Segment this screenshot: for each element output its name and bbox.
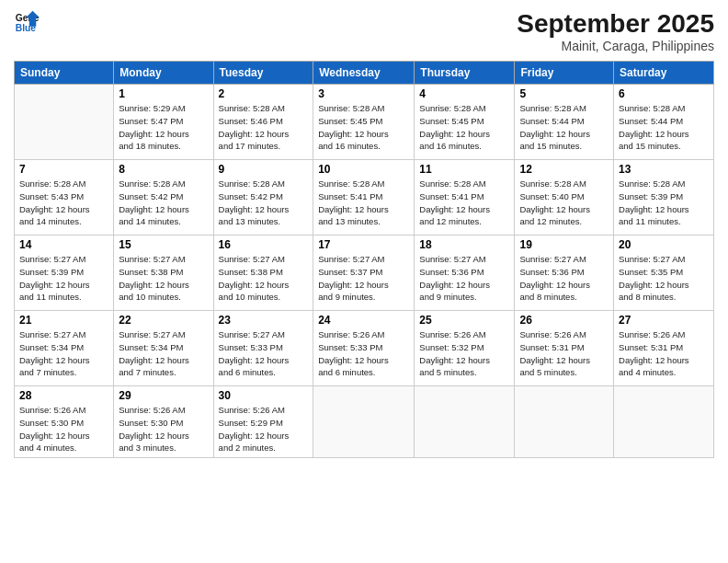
table-row: 11Sunrise: 5:28 AMSunset: 5:41 PMDayligh… bbox=[415, 160, 515, 236]
day-number: 2 bbox=[219, 87, 309, 100]
day-number: 17 bbox=[318, 238, 409, 251]
day-info: Sunrise: 5:27 AMSunset: 5:36 PMDaylight:… bbox=[519, 253, 609, 304]
table-row: 17Sunrise: 5:27 AMSunset: 5:37 PMDayligh… bbox=[313, 236, 415, 311]
day-info: Sunrise: 5:28 AMSunset: 5:42 PMDaylight:… bbox=[119, 178, 208, 228]
calendar-header-row: Sunday Monday Tuesday Wednesday Thursday… bbox=[15, 62, 714, 85]
title-block: September 2025 Mainit, Caraga, Philippin… bbox=[517, 9, 714, 53]
table-row: 20Sunrise: 5:27 AMSunset: 5:35 PMDayligh… bbox=[614, 236, 714, 311]
table-row: 9Sunrise: 5:28 AMSunset: 5:42 PMDaylight… bbox=[213, 160, 313, 236]
table-row: 24Sunrise: 5:26 AMSunset: 5:33 PMDayligh… bbox=[313, 311, 415, 386]
day-number: 30 bbox=[219, 389, 309, 402]
day-info: Sunrise: 5:27 AMSunset: 5:34 PMDaylight:… bbox=[19, 328, 108, 379]
col-tuesday: Tuesday bbox=[213, 62, 313, 85]
day-number: 5 bbox=[519, 87, 609, 100]
logo-icon: General Blue bbox=[14, 9, 40, 35]
day-info: Sunrise: 5:27 AMSunset: 5:35 PMDaylight:… bbox=[619, 253, 709, 304]
table-row bbox=[515, 386, 614, 458]
day-info: Sunrise: 5:26 AMSunset: 5:31 PMDaylight:… bbox=[619, 328, 709, 379]
day-number: 4 bbox=[419, 87, 509, 100]
day-number: 13 bbox=[619, 163, 709, 176]
table-row: 22Sunrise: 5:27 AMSunset: 5:34 PMDayligh… bbox=[114, 311, 213, 386]
day-number: 3 bbox=[318, 87, 409, 100]
table-row: 25Sunrise: 5:26 AMSunset: 5:32 PMDayligh… bbox=[415, 311, 515, 386]
day-info: Sunrise: 5:28 AMSunset: 5:45 PMDaylight:… bbox=[318, 102, 409, 153]
table-row bbox=[15, 85, 114, 160]
table-row: 8Sunrise: 5:28 AMSunset: 5:42 PMDaylight… bbox=[114, 160, 213, 236]
day-number: 28 bbox=[19, 389, 108, 402]
day-number: 23 bbox=[219, 314, 309, 327]
day-number: 8 bbox=[119, 163, 208, 176]
day-number: 7 bbox=[19, 163, 108, 176]
day-number: 27 bbox=[619, 314, 709, 327]
day-info: Sunrise: 5:28 AMSunset: 5:42 PMDaylight:… bbox=[219, 178, 309, 228]
table-row: 27Sunrise: 5:26 AMSunset: 5:31 PMDayligh… bbox=[614, 311, 714, 386]
day-info: Sunrise: 5:29 AMSunset: 5:47 PMDaylight:… bbox=[119, 102, 208, 153]
table-row: 13Sunrise: 5:28 AMSunset: 5:39 PMDayligh… bbox=[614, 160, 714, 236]
table-row: 6Sunrise: 5:28 AMSunset: 5:44 PMDaylight… bbox=[614, 85, 714, 160]
day-number: 29 bbox=[119, 389, 208, 402]
table-row: 29Sunrise: 5:26 AMSunset: 5:30 PMDayligh… bbox=[114, 386, 213, 458]
day-number: 19 bbox=[519, 238, 609, 251]
day-info: Sunrise: 5:27 AMSunset: 5:33 PMDaylight:… bbox=[219, 328, 309, 379]
table-row: 18Sunrise: 5:27 AMSunset: 5:36 PMDayligh… bbox=[415, 236, 515, 311]
day-info: Sunrise: 5:28 AMSunset: 5:39 PMDaylight:… bbox=[619, 178, 709, 228]
day-number: 26 bbox=[519, 314, 609, 327]
logo: General Blue bbox=[14, 9, 40, 35]
day-number: 18 bbox=[419, 238, 509, 251]
table-row: 30Sunrise: 5:26 AMSunset: 5:29 PMDayligh… bbox=[213, 386, 313, 458]
table-row: 10Sunrise: 5:28 AMSunset: 5:41 PMDayligh… bbox=[313, 160, 415, 236]
day-info: Sunrise: 5:28 AMSunset: 5:45 PMDaylight:… bbox=[419, 102, 509, 153]
table-row: 28Sunrise: 5:26 AMSunset: 5:30 PMDayligh… bbox=[15, 386, 114, 458]
day-number: 15 bbox=[119, 238, 208, 251]
day-info: Sunrise: 5:28 AMSunset: 5:44 PMDaylight:… bbox=[519, 102, 609, 153]
day-info: Sunrise: 5:26 AMSunset: 5:30 PMDaylight:… bbox=[119, 404, 208, 454]
table-row: 19Sunrise: 5:27 AMSunset: 5:36 PMDayligh… bbox=[515, 236, 614, 311]
day-number: 25 bbox=[419, 314, 509, 327]
col-thursday: Thursday bbox=[415, 62, 515, 85]
table-row: 26Sunrise: 5:26 AMSunset: 5:31 PMDayligh… bbox=[515, 311, 614, 386]
day-info: Sunrise: 5:27 AMSunset: 5:38 PMDaylight:… bbox=[119, 253, 208, 304]
day-info: Sunrise: 5:28 AMSunset: 5:43 PMDaylight:… bbox=[19, 178, 108, 228]
day-info: Sunrise: 5:26 AMSunset: 5:31 PMDaylight:… bbox=[519, 328, 609, 379]
header: General Blue September 2025 Mainit, Cara… bbox=[14, 9, 714, 53]
table-row: 15Sunrise: 5:27 AMSunset: 5:38 PMDayligh… bbox=[114, 236, 213, 311]
table-row: 16Sunrise: 5:27 AMSunset: 5:38 PMDayligh… bbox=[213, 236, 313, 311]
table-row bbox=[415, 386, 515, 458]
day-info: Sunrise: 5:27 AMSunset: 5:36 PMDaylight:… bbox=[419, 253, 509, 304]
day-info: Sunrise: 5:26 AMSunset: 5:33 PMDaylight:… bbox=[318, 328, 409, 379]
day-number: 16 bbox=[219, 238, 309, 251]
day-number: 21 bbox=[19, 314, 108, 327]
month-title: September 2025 bbox=[517, 9, 714, 39]
table-row: 21Sunrise: 5:27 AMSunset: 5:34 PMDayligh… bbox=[15, 311, 114, 386]
day-info: Sunrise: 5:28 AMSunset: 5:40 PMDaylight:… bbox=[519, 178, 609, 228]
day-info: Sunrise: 5:28 AMSunset: 5:41 PMDaylight:… bbox=[419, 178, 509, 228]
day-number: 14 bbox=[19, 238, 108, 251]
day-number: 24 bbox=[318, 314, 409, 327]
table-row: 14Sunrise: 5:27 AMSunset: 5:39 PMDayligh… bbox=[15, 236, 114, 311]
table-row: 23Sunrise: 5:27 AMSunset: 5:33 PMDayligh… bbox=[213, 311, 313, 386]
day-info: Sunrise: 5:28 AMSunset: 5:44 PMDaylight:… bbox=[619, 102, 709, 153]
day-info: Sunrise: 5:28 AMSunset: 5:46 PMDaylight:… bbox=[219, 102, 309, 153]
col-saturday: Saturday bbox=[614, 62, 714, 85]
col-monday: Monday bbox=[114, 62, 213, 85]
table-row: 2Sunrise: 5:28 AMSunset: 5:46 PMDaylight… bbox=[213, 85, 313, 160]
day-info: Sunrise: 5:27 AMSunset: 5:37 PMDaylight:… bbox=[318, 253, 409, 304]
day-number: 10 bbox=[318, 163, 409, 176]
table-row bbox=[614, 386, 714, 458]
day-info: Sunrise: 5:28 AMSunset: 5:41 PMDaylight:… bbox=[318, 178, 409, 228]
table-row: 5Sunrise: 5:28 AMSunset: 5:44 PMDaylight… bbox=[515, 85, 614, 160]
day-info: Sunrise: 5:27 AMSunset: 5:39 PMDaylight:… bbox=[19, 253, 108, 304]
table-row: 3Sunrise: 5:28 AMSunset: 5:45 PMDaylight… bbox=[313, 85, 415, 160]
subtitle: Mainit, Caraga, Philippines bbox=[517, 39, 714, 53]
day-info: Sunrise: 5:27 AMSunset: 5:38 PMDaylight:… bbox=[219, 253, 309, 304]
table-row bbox=[313, 386, 415, 458]
day-info: Sunrise: 5:27 AMSunset: 5:34 PMDaylight:… bbox=[119, 328, 208, 379]
calendar-page: General Blue September 2025 Mainit, Cara… bbox=[0, 0, 728, 563]
table-row: 4Sunrise: 5:28 AMSunset: 5:45 PMDaylight… bbox=[415, 85, 515, 160]
day-info: Sunrise: 5:26 AMSunset: 5:30 PMDaylight:… bbox=[19, 404, 108, 454]
table-row: 1Sunrise: 5:29 AMSunset: 5:47 PMDaylight… bbox=[114, 85, 213, 160]
day-info: Sunrise: 5:26 AMSunset: 5:32 PMDaylight:… bbox=[419, 328, 509, 379]
day-number: 9 bbox=[219, 163, 309, 176]
day-number: 11 bbox=[419, 163, 509, 176]
day-number: 6 bbox=[619, 87, 709, 100]
